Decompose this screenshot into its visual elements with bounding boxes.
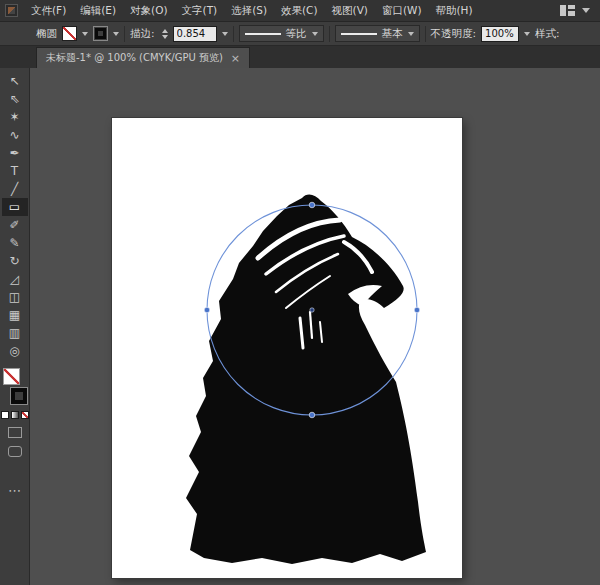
anchor-left[interactable]	[204, 307, 210, 313]
none-button[interactable]	[21, 411, 29, 419]
separator	[233, 26, 234, 42]
zoom-tool[interactable]: ◎	[2, 342, 28, 360]
chevron-down-icon	[408, 32, 414, 36]
opacity-label: 不透明度:	[431, 27, 477, 41]
brush-definition-dropdown[interactable]: 基本	[335, 25, 420, 42]
stroke-width-stepper[interactable]	[162, 29, 168, 39]
gradient-button[interactable]	[11, 411, 19, 419]
screen-mode-button[interactable]	[8, 446, 22, 457]
menu-edit[interactable]: 编辑(E)	[73, 0, 123, 21]
anchor-bottom[interactable]	[309, 412, 315, 418]
stroke-width-input[interactable]	[173, 26, 217, 42]
separator	[425, 26, 426, 42]
color-mode-buttons	[1, 411, 29, 419]
shape-builder-tool[interactable]: ◫	[2, 288, 28, 306]
separator	[329, 26, 330, 42]
menu-file[interactable]: 文件(F)	[24, 0, 73, 21]
type-tool[interactable]: T	[2, 162, 28, 180]
workspace-switcher-icon[interactable]	[560, 5, 575, 16]
canvas[interactable]	[30, 68, 600, 585]
menu-object[interactable]: 对象(O)	[123, 0, 174, 21]
magic-wand-tool[interactable]: ✶	[2, 108, 28, 126]
fill-color-swatch[interactable]	[62, 26, 77, 41]
separator	[124, 26, 125, 42]
rectangle-tool[interactable]: ▭	[2, 198, 28, 216]
artwork-svg	[112, 118, 462, 578]
brush-preview	[341, 33, 377, 35]
tab-close-icon[interactable]: ×	[231, 52, 240, 65]
scale-tool[interactable]: ◿	[2, 270, 28, 288]
menu-effect[interactable]: 效果(C)	[274, 0, 325, 21]
fill-chevron-icon[interactable]	[82, 32, 88, 36]
menu-type[interactable]: 文字(T)	[175, 0, 225, 21]
line-segment-tool[interactable]: ╱	[2, 180, 28, 198]
selection-tool[interactable]: ↖	[2, 72, 28, 90]
color-button[interactable]	[1, 411, 9, 419]
app-icon[interactable]	[5, 4, 18, 17]
document-tab-title: 未标题-1* @ 100% (CMYK/GPU 预览)	[46, 51, 223, 65]
active-tool-label: 椭圆	[36, 27, 57, 41]
opacity-input[interactable]	[481, 26, 519, 42]
illustrator-window: 文件(F) 编辑(E) 对象(O) 文字(T) 选择(S) 效果(C) 视图(V…	[0, 0, 600, 585]
chevron-down-icon[interactable]	[582, 8, 590, 13]
lasso-tool[interactable]: ∿	[2, 126, 28, 144]
tab-bar: 未标题-1* @ 100% (CMYK/GPU 预览) ×	[0, 46, 600, 68]
draw-mode-button[interactable]	[8, 427, 22, 438]
tools-panel: ↖ ⇖ ✶ ∿ ✒ T ╱ ▭ ✐ ✎ ↻ ◿ ◫ ▦ ▥ ◎ ⋯	[0, 68, 30, 585]
fill-stroke-indicator	[2, 368, 28, 406]
brush-definition-value: 基本	[382, 27, 403, 41]
document-tab[interactable]: 未标题-1* @ 100% (CMYK/GPU 预览) ×	[36, 47, 250, 68]
center-point[interactable]	[310, 308, 314, 312]
anchor-top[interactable]	[309, 202, 315, 208]
menu-bar: 文件(F) 编辑(E) 对象(O) 文字(T) 选择(S) 效果(C) 视图(V…	[0, 0, 600, 22]
rotate-tool[interactable]: ↻	[2, 252, 28, 270]
stroke-chevron-icon[interactable]	[113, 32, 119, 36]
menu-help[interactable]: 帮助(H)	[429, 0, 480, 21]
eagle-artwork[interactable]	[186, 194, 426, 564]
stroke-width-chevron-icon[interactable]	[222, 32, 228, 36]
edit-toolbar-button[interactable]: ⋯	[8, 483, 21, 498]
chevron-down-icon	[312, 32, 318, 36]
direct-selection-tool[interactable]: ⇖	[2, 90, 28, 108]
stroke-color-indicator[interactable]	[11, 388, 27, 404]
style-label: 样式:	[535, 27, 560, 41]
mesh-tool[interactable]: ▦	[2, 306, 28, 324]
width-profile-value: 等比	[286, 27, 307, 41]
pen-tool[interactable]: ✒	[2, 144, 28, 162]
stroke-width-label: 描边:	[130, 27, 155, 41]
menu-select[interactable]: 选择(S)	[224, 0, 274, 21]
pencil-tool[interactable]: ✎	[2, 234, 28, 252]
anchor-right[interactable]	[414, 307, 420, 313]
width-profile-dropdown[interactable]: 等比	[239, 25, 324, 42]
menu-view[interactable]: 视图(V)	[325, 0, 375, 21]
fill-color-indicator[interactable]	[3, 368, 20, 385]
width-profile-preview	[245, 33, 281, 35]
paintbrush-tool[interactable]: ✐	[2, 216, 28, 234]
control-bar: 椭圆 描边: 等比 基本 不透明度: 样式:	[0, 22, 600, 46]
stroke-color-swatch[interactable]	[93, 26, 108, 41]
artboard[interactable]	[112, 118, 462, 578]
opacity-chevron-icon[interactable]	[524, 32, 530, 36]
menu-window[interactable]: 窗口(W)	[375, 0, 429, 21]
gradient-tool[interactable]: ▥	[2, 324, 28, 342]
